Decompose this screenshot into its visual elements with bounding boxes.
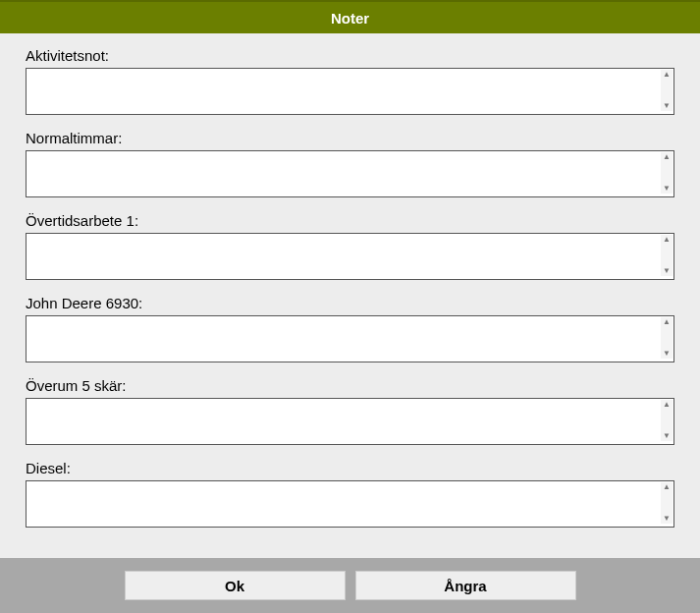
- field-activity-note: Aktivitetsnot: ▲▼: [26, 47, 674, 118]
- dialog-title: Noter: [0, 0, 700, 33]
- input-wrap-normal-hours: ▲▼: [26, 150, 674, 200]
- input-overtime-1[interactable]: [26, 233, 674, 280]
- input-activity-note[interactable]: [26, 68, 674, 115]
- input-overum-5-skar[interactable]: [26, 398, 674, 445]
- label-normal-hours: Normaltimmar:: [26, 130, 674, 146]
- ok-button[interactable]: Ok: [125, 571, 346, 600]
- field-diesel: Diesel: ▲▼: [26, 460, 674, 530]
- field-john-deere-6930: John Deere 6930: ▲▼: [26, 295, 674, 365]
- label-activity-note: Aktivitetsnot:: [26, 47, 674, 64]
- field-overum-5-skar: Överum 5 skär: ▲▼: [26, 377, 674, 448]
- input-wrap-overtime-1: ▲▼: [26, 233, 674, 283]
- label-overum-5-skar: Överum 5 skär:: [26, 377, 674, 394]
- input-wrap-overum-5-skar: ▲▼: [26, 398, 674, 448]
- input-john-deere-6930[interactable]: [26, 315, 674, 362]
- label-overtime-1: Övertidsarbete 1:: [26, 212, 674, 229]
- notes-content: Aktivitetsnot: ▲▼ Normaltimmar: ▲▼ Övert…: [0, 33, 700, 558]
- dialog-footer: Ok Ångra: [0, 558, 700, 613]
- input-wrap-activity-note: ▲▼: [26, 68, 674, 118]
- input-wrap-john-deere-6930: ▲▼: [26, 315, 674, 365]
- field-normal-hours: Normaltimmar: ▲▼: [26, 130, 674, 200]
- label-john-deere-6930: John Deere 6930:: [26, 295, 674, 311]
- input-wrap-diesel: ▲▼: [26, 480, 674, 530]
- field-overtime-1: Övertidsarbete 1: ▲▼: [26, 212, 674, 283]
- cancel-button[interactable]: Ångra: [355, 571, 576, 600]
- label-diesel: Diesel:: [26, 460, 674, 476]
- notes-dialog: Noter Aktivitetsnot: ▲▼ Normaltimmar: ▲▼…: [0, 0, 700, 613]
- input-normal-hours[interactable]: [26, 150, 674, 197]
- input-diesel[interactable]: [26, 480, 674, 528]
